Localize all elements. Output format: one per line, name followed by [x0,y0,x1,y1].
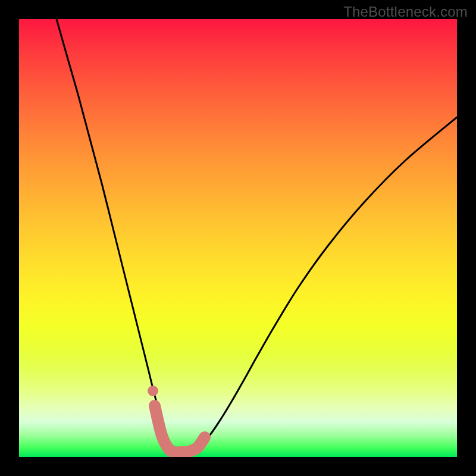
watermark-text: TheBottleneck.com [343,4,468,20]
chart-frame: TheBottleneck.com [0,0,476,476]
bottleneck-highlight-segment [155,406,205,452]
plot-area [19,19,457,457]
bottleneck-highlight-dot [148,386,158,396]
chart-svg [19,19,457,457]
bottleneck-curve [57,19,457,454]
